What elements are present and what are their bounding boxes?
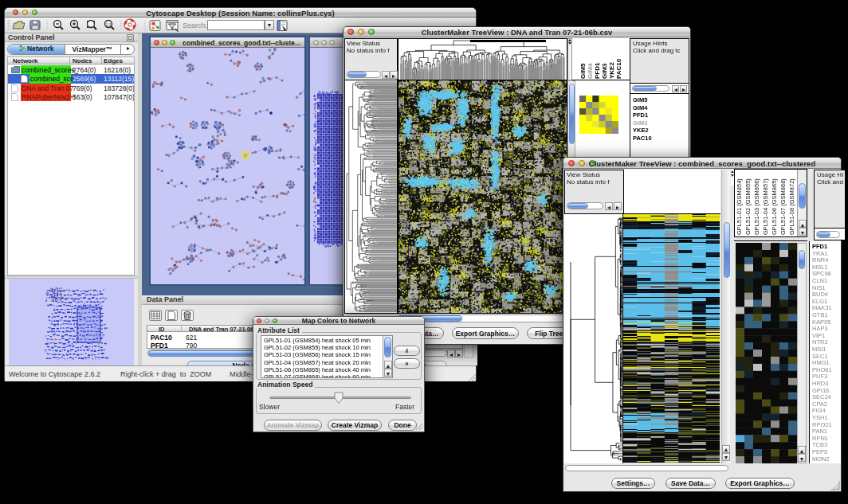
svg-text:1:1: 1:1	[106, 22, 112, 27]
